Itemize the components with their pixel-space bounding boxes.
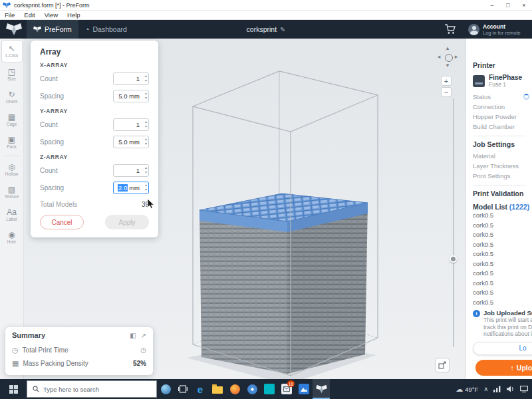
tool-cage[interactable]: ▦ Cage <box>1 109 23 130</box>
summary-dock-icon[interactable]: ◧ <box>130 332 136 339</box>
tool-texture[interactable]: ▨ Texture <box>1 182 23 203</box>
x-array-section-title: X-ARRAY <box>40 62 149 68</box>
total-print-time-row: ◷ Total Print Time ◷ <box>12 343 146 356</box>
panel-divider <box>473 185 525 186</box>
taskbar-app-mail[interactable]: 18 <box>278 379 295 399</box>
tab-preform[interactable]: PreForm <box>27 20 78 39</box>
printer-selector[interactable]: FinePhase Fuse 1 <box>473 74 532 88</box>
taskbar-app-chrome[interactable] <box>243 379 261 399</box>
close-button[interactable]: × <box>516 0 532 10</box>
model-list-item[interactable]: cork0.5 <box>473 221 532 231</box>
file-explorer-icon <box>212 386 223 394</box>
x-count-input[interactable]: 1 ▴▾ <box>113 72 149 85</box>
rename-icon[interactable]: ✎ <box>280 26 285 33</box>
z-count-label: Count <box>40 167 58 174</box>
taskbar-app-edge[interactable]: e <box>192 379 209 399</box>
dashboard-tab-label: Dashboard <box>93 25 127 33</box>
model-list-item[interactable]: cork0.5 <box>473 259 532 269</box>
cage-icon: ▦ <box>8 113 15 122</box>
tool-one-click[interactable]: ↖ 1-Click <box>1 40 23 63</box>
hole-icon: ◉ <box>8 231 15 239</box>
view-home-icon[interactable] <box>445 54 453 62</box>
model-list-item[interactable]: cork0.5 <box>473 269 532 279</box>
task-view-icon <box>178 385 188 393</box>
volume-icon[interactable] <box>507 386 515 392</box>
menu-view[interactable]: View <box>40 11 63 19</box>
z-spacing-input[interactable]: 2.0 mm ▴▾ <box>113 182 149 194</box>
tool-label[interactable]: Aa Label <box>1 204 23 225</box>
taskbar-search-input[interactable]: Type here to search <box>27 380 157 398</box>
job-panel: Printer FinePhase Fuse 1 Status Connecti… <box>466 39 532 379</box>
minimize-button[interactable]: – <box>484 0 500 10</box>
action-center-icon[interactable] <box>520 386 528 392</box>
account-login[interactable]: Account Log in for remote <box>468 20 532 39</box>
size-icon: ◳ <box>8 68 15 76</box>
start-button[interactable] <box>0 379 27 399</box>
z-count-stepper[interactable]: ▴▾ <box>145 166 147 175</box>
menu-help[interactable]: Help <box>63 11 85 19</box>
tool-orient[interactable]: ↻ Orient <box>1 86 23 108</box>
zoom-in-button[interactable]: + <box>441 76 452 86</box>
label-icon: Aa <box>7 208 17 217</box>
z-count-input[interactable]: 1 ▴▾ <box>113 164 149 177</box>
summary-expand-icon[interactable]: ↗ <box>141 332 146 339</box>
taskbar-app-photos[interactable] <box>295 379 313 399</box>
rotate-right-icon[interactable]: ▸ <box>452 53 460 61</box>
texture-icon: ▨ <box>8 186 15 194</box>
account-title: Account <box>483 23 521 30</box>
tab-dashboard[interactable]: ◔ Dashboard <box>78 20 134 39</box>
upload-button[interactable]: ↑ Upload <box>475 360 532 376</box>
taskbar-app-file-explorer[interactable] <box>209 379 226 399</box>
main-area: ↖ 1-Click ◳ Size ↻ Orient ▦ Cage ▣ Pack … <box>0 39 532 379</box>
task-view-button[interactable] <box>174 379 192 399</box>
account-subtitle: Log in for remote <box>483 30 521 36</box>
model-list-item[interactable]: cork0.5 <box>473 288 532 298</box>
status-spinner-icon <box>523 94 529 100</box>
summary-panel: Summary ◧ ↗ ◷ Total Print Time ◷ ▦ Mass … <box>5 327 153 375</box>
model-list-item[interactable]: cork0.5 <box>473 298 532 308</box>
tool-hole[interactable]: ◉ Hole <box>1 227 23 248</box>
model-list-item[interactable]: cork0.5 <box>473 211 532 221</box>
x-count-stepper[interactable]: ▴▾ <box>145 74 147 83</box>
menu-file[interactable]: File <box>0 11 19 19</box>
tool-size[interactable]: ◳ Size <box>1 64 23 85</box>
packing-density-value: 52% <box>133 360 146 367</box>
slice-view-button[interactable] <box>435 358 450 372</box>
model-list-item[interactable]: cork0.5 <box>473 249 532 259</box>
apply-button[interactable]: Apply <box>105 215 149 229</box>
maximize-button[interactable]: □ <box>500 0 516 10</box>
y-count-input[interactable]: 1 ▴▾ <box>113 118 149 131</box>
rotate-up-icon[interactable]: ▴ <box>444 44 452 52</box>
network-icon[interactable] <box>493 386 501 392</box>
zoom-out-button[interactable]: − <box>441 87 452 97</box>
tray-overflow-chevron-icon[interactable]: ∧ <box>483 386 488 392</box>
x-spacing-input[interactable]: 5.0 mm ▴▾ <box>113 90 149 102</box>
total-models-label: Total Models <box>40 201 77 208</box>
model-list-item[interactable]: cork0.5 <box>473 279 532 289</box>
cart-icon[interactable] <box>444 24 456 35</box>
login-button[interactable]: Lo <box>473 342 532 355</box>
z-spacing-stepper[interactable]: ▴▾ <box>145 183 147 192</box>
y-spacing-input[interactable]: 5.0 mm ▴▾ <box>113 136 149 148</box>
rotate-down-icon[interactable]: ▾ <box>444 61 452 69</box>
cortana-button[interactable] <box>157 379 174 399</box>
cancel-button[interactable]: Cancel <box>40 215 84 229</box>
orient-icon: ↻ <box>8 90 15 99</box>
taskbar-app-firefox[interactable] <box>226 379 243 399</box>
menu-edit[interactable]: Edit <box>19 11 39 19</box>
tool-hollow[interactable]: ◎ Hollow <box>1 159 23 180</box>
taskbar-app-store[interactable] <box>261 379 278 399</box>
y-spacing-stepper[interactable]: ▴▾ <box>145 137 147 146</box>
layer-slider-handle[interactable] <box>450 255 457 263</box>
weather-widget[interactable]: ☁ 49°F <box>456 385 478 394</box>
taskbar-app-preform[interactable] <box>313 379 330 399</box>
model-list-item[interactable]: cork0.5 <box>473 230 532 240</box>
layer-slider-track[interactable] <box>453 98 454 347</box>
account-avatar-icon <box>468 24 479 35</box>
model-list-item[interactable]: cork0.5 <box>473 240 532 250</box>
y-count-stepper[interactable]: ▴▾ <box>145 120 147 129</box>
x-spacing-stepper[interactable]: ▴▾ <box>145 91 147 100</box>
tool-pack[interactable]: ▣ Pack <box>1 132 23 153</box>
hollow-icon: ◎ <box>8 163 15 172</box>
rotate-left-icon[interactable]: ◂ <box>435 53 443 61</box>
